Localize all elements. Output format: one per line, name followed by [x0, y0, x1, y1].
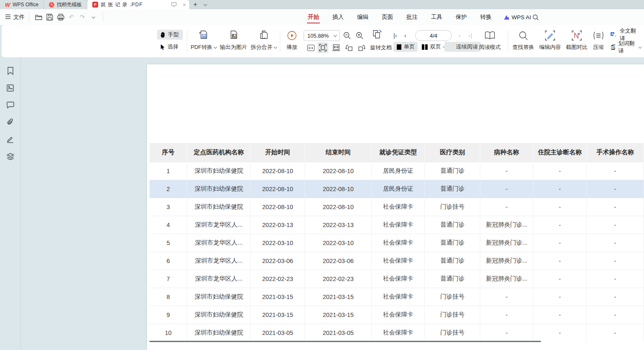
table-cell: 社会保障卡 [372, 270, 425, 288]
rotate-document-label: 旋转文档 [370, 44, 392, 51]
quickbar-chevron-icon[interactable] [88, 12, 99, 23]
table-cell: 社会保障卡 [372, 216, 425, 234]
single-page-icon [396, 44, 402, 50]
table-cell: 2022-02-23 [305, 270, 372, 288]
table-cell: 门诊挂号 [425, 306, 480, 324]
wps-ai-button[interactable]: WPS AI [503, 14, 531, 20]
screenshot-compare-button[interactable]: 截图对比 [564, 29, 590, 51]
new-tab-button[interactable]: + [189, 0, 201, 9]
export-as-image-button[interactable]: 输出为图片 [218, 29, 249, 51]
file-menu-button[interactable]: 文件 [5, 13, 25, 21]
export-image-icon [228, 29, 238, 42]
hand-tool-button[interactable]: 手型 [157, 30, 183, 40]
find-replace-button[interactable]: 查找替换 [510, 29, 536, 51]
table-cell: 2022-03-10 [305, 234, 372, 252]
print-icon[interactable] [55, 12, 66, 23]
table-cell: 社会保障卡 [372, 288, 425, 306]
pdf-file-icon: P [92, 2, 98, 8]
pdf-page[interactable]: 序号定点医药机构名称开始时间结束时间就诊凭证类型医疗类别病种名称住院主诊断名称手… [147, 64, 644, 350]
screenshot-compare-icon [572, 29, 582, 42]
edit-content-button[interactable]: 编辑内容 [537, 29, 563, 51]
double-page-label: 双页 [430, 43, 441, 51]
table-cell: - [480, 162, 533, 180]
play-slideshow-button[interactable]: 播放 [282, 29, 302, 51]
table-cell: 普通门诊 [425, 234, 480, 252]
tab-insert[interactable]: 插入 [331, 10, 345, 24]
rotate-left-icon[interactable] [344, 42, 355, 53]
table-cell: - [480, 324, 533, 342]
thumbnail-icon[interactable] [5, 83, 15, 93]
full-text-translate-button[interactable]: A 全文翻译 [607, 30, 644, 40]
table-cell: 2 [150, 180, 187, 198]
pdf-convert-button[interactable]: W PDF转换 [190, 29, 217, 51]
word-translate-button[interactable]: A文 划词翻译 [607, 42, 644, 52]
fit-page-button[interactable] [317, 42, 328, 53]
read-mode-button[interactable]: 阅读模式 [477, 29, 503, 51]
compress-button[interactable]: 压缩 [589, 29, 608, 51]
table-cell: 3 [150, 198, 187, 216]
tab-convert[interactable]: 转换 [479, 10, 493, 24]
table-row: 8深圳市妇幼保健院2021-03-152021-03-15社会保障卡门诊挂号--… [150, 288, 644, 306]
close-tab-icon[interactable]: × [183, 2, 186, 8]
tab-wps-office[interactable]: W WPS Office [0, 0, 44, 9]
continuous-reading-button[interactable]: 连续阅读 [444, 42, 481, 52]
tab-home[interactable]: 开始 [306, 10, 321, 24]
comment-icon[interactable] [5, 100, 15, 110]
tab-tools[interactable]: 工具 [429, 10, 444, 24]
select-tool-button[interactable]: 选择 [157, 42, 183, 52]
table-row: 9深圳市妇幼保健院2021-03-152021-03-15社会保障卡门诊挂号--… [150, 306, 644, 324]
table-cell: 深圳市妇幼保健院 [187, 288, 251, 306]
table-cell: 2021-03-15 [251, 306, 305, 324]
table-cell: 2021-03-05 [251, 324, 305, 342]
docer-logo-icon: ϟ [49, 2, 54, 8]
actual-size-button[interactable]: 1:1 [305, 42, 316, 53]
rotate-document-button[interactable]: 旋转文档 [370, 42, 392, 53]
table-cell: 5 [150, 234, 187, 252]
last-page-button[interactable]: ›| [469, 30, 472, 41]
tab-list-chevron-icon[interactable] [201, 0, 209, 9]
table-cell: 2021-03-05 [305, 324, 372, 342]
table-cell: 2022-08-10 [251, 162, 305, 180]
zoom-level-select[interactable]: 105.88% [304, 30, 340, 41]
monitor-icon[interactable] [171, 2, 177, 7]
table-cell: 4 [150, 216, 187, 234]
tab-page[interactable]: 页面 [380, 10, 395, 24]
layers-icon[interactable] [5, 151, 15, 161]
open-file-icon[interactable] [33, 12, 44, 23]
table-cell: 普通门诊 [425, 216, 480, 234]
zoom-out-icon[interactable] [342, 30, 352, 41]
replace-pages-icon[interactable] [372, 29, 383, 40]
page-number-input-box[interactable] [415, 30, 452, 41]
table-cell: 居民身份证 [372, 180, 425, 198]
table-cell: 2022-03-13 [251, 216, 305, 234]
attachment-icon[interactable] [5, 117, 15, 127]
bookmark-icon[interactable] [5, 66, 15, 76]
next-page-button[interactable]: › [459, 30, 461, 41]
rotate-right-icon[interactable] [356, 42, 367, 53]
page-number-input[interactable] [421, 33, 446, 39]
previous-page-button[interactable]: ‹ [404, 30, 406, 41]
table-cell: 2022-08-10 [305, 180, 372, 198]
tab-docer-templates[interactable]: ϟ 找稻壳模板 [44, 0, 87, 9]
save-icon[interactable] [44, 12, 55, 23]
undo-icon[interactable]: ↶ [66, 12, 77, 23]
split-merge-icon [259, 29, 269, 42]
tab-protect[interactable]: 保护 [454, 10, 469, 24]
column-header: 手术操作名称 [586, 143, 644, 162]
tab-edit[interactable]: 编辑 [355, 10, 370, 24]
table-cell: - [533, 234, 587, 252]
table-cell: 社会保障卡 [372, 306, 425, 324]
single-page-button[interactable]: 单页 [393, 42, 418, 52]
redo-icon[interactable]: ↷ [77, 12, 88, 23]
zoom-in-icon[interactable] [354, 30, 365, 41]
split-merge-button[interactable]: 拆分合并 [250, 29, 277, 51]
signature-icon[interactable] [5, 134, 15, 144]
tab-annotate[interactable]: 批注 [405, 10, 419, 24]
fit-width-button[interactable] [331, 42, 342, 53]
svg-text:W: W [203, 35, 205, 38]
first-page-button[interactable]: |‹ [393, 30, 397, 41]
ribbon-search-icon[interactable] [530, 12, 540, 22]
hand-icon [160, 32, 166, 38]
tab-pdf-document[interactable]: P 就 医 记 录 .PDF × [87, 0, 189, 9]
table-row: 3深圳市妇幼保健院2022-08-102022-08-10社会保障卡门诊挂号--… [150, 198, 644, 216]
